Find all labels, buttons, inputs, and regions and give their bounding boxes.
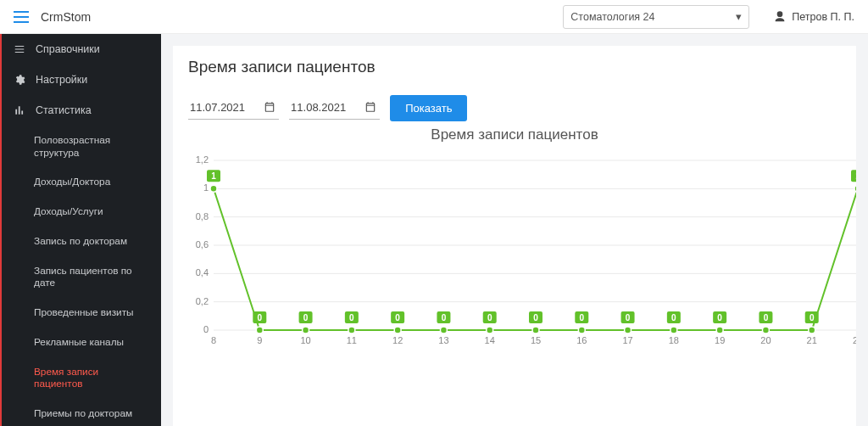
svg-point-47	[487, 327, 493, 334]
svg-point-68	[809, 327, 815, 334]
sidebar-subitem[interactable]: Половозрастная структура	[2, 126, 161, 167]
date-from-input[interactable]: 11.07.2021	[188, 98, 279, 120]
svg-text:1: 1	[203, 182, 209, 193]
svg-text:16: 16	[576, 335, 587, 345]
user-icon	[773, 10, 787, 24]
calendar-icon	[364, 101, 376, 113]
svg-text:1,2: 1,2	[196, 154, 209, 165]
show-button[interactable]: Показать	[390, 95, 467, 121]
svg-text:0: 0	[203, 324, 209, 334]
chart-container: Время записи пациентов 00,20,40,60,811,2…	[188, 126, 841, 347]
user-name: Петров П. П.	[792, 11, 854, 23]
user-menu[interactable]: Петров П. П.	[773, 10, 854, 24]
svg-text:22: 22	[853, 335, 856, 345]
svg-text:0: 0	[258, 313, 263, 322]
sidebar-subitem[interactable]: Доходы/Доктора	[2, 167, 161, 197]
svg-text:0: 0	[764, 313, 769, 322]
sidebar-item-label: Статистика	[36, 104, 92, 116]
sidebar-subitem[interactable]: Время записи пациентов	[2, 357, 161, 399]
sidebar-subitem[interactable]: Проведенные визиты	[2, 298, 161, 328]
calendar-icon	[264, 101, 275, 113]
sidebar-item-label: Настройки	[36, 74, 87, 86]
svg-point-38	[348, 327, 355, 334]
svg-text:0: 0	[303, 313, 309, 322]
svg-text:0: 0	[810, 313, 815, 322]
date-to-input[interactable]: 11.08.2021	[289, 98, 380, 120]
svg-text:1: 1	[211, 171, 216, 181]
sidebar-subitem[interactable]: Приемы по докторам	[2, 399, 161, 426]
date-from-value: 11.07.2021	[190, 101, 245, 114]
menu-toggle-icon[interactable]	[14, 11, 29, 23]
chart: 00,20,40,60,811,289101112131415161718192…	[188, 152, 856, 347]
sidebar-item-gear[interactable]: Настройки	[2, 64, 161, 95]
svg-text:12: 12	[392, 335, 403, 345]
svg-point-53	[578, 327, 585, 334]
main-area: Время записи пациентов 11.07.2021 11.08.…	[161, 34, 868, 426]
date-to-value: 11.08.2021	[291, 101, 346, 114]
sidebar-subitem[interactable]: Рекламные каналы	[2, 328, 161, 357]
chevron-down-icon: ▾	[736, 10, 742, 23]
svg-point-56	[625, 327, 632, 334]
svg-text:1: 1	[855, 171, 856, 181]
page-title: Время записи пациентов	[188, 58, 841, 76]
content-panel: Время записи пациентов 11.07.2021 11.08.…	[173, 46, 856, 426]
chart-svg: 00,20,40,60,811,289101112131415161718192…	[188, 152, 856, 347]
svg-point-32	[256, 327, 263, 334]
clinic-select[interactable]: Стоматология 24 ▾	[563, 5, 749, 29]
svg-point-41	[394, 327, 401, 334]
svg-point-44	[440, 327, 447, 334]
sidebar-subitem[interactable]: Доходы/Услуги	[2, 197, 161, 227]
sidebar-item-stats[interactable]: Статистика	[2, 95, 161, 126]
svg-text:18: 18	[669, 335, 679, 345]
svg-point-65	[762, 327, 769, 334]
svg-text:0: 0	[395, 313, 400, 322]
svg-point-59	[670, 327, 677, 334]
clinic-select-value: Стоматология 24	[570, 11, 654, 23]
svg-point-29	[210, 185, 217, 192]
svg-text:0: 0	[487, 313, 492, 322]
svg-text:15: 15	[531, 335, 541, 345]
brand-title: CrmStom	[41, 10, 91, 24]
svg-text:13: 13	[438, 335, 448, 345]
svg-text:0,6: 0,6	[196, 239, 209, 249]
svg-text:0: 0	[533, 313, 538, 322]
sidebar: СправочникиНастройкиСтатистика Половозра…	[0, 34, 161, 426]
svg-text:11: 11	[347, 335, 357, 345]
svg-text:8: 8	[211, 335, 216, 345]
sidebar-subitem[interactable]: Запись пациентов по дате	[2, 256, 161, 298]
svg-text:0: 0	[626, 313, 631, 322]
svg-text:0: 0	[442, 313, 447, 322]
svg-point-50	[532, 327, 539, 334]
svg-point-35	[303, 327, 309, 334]
svg-text:0: 0	[580, 313, 585, 322]
svg-text:10: 10	[300, 335, 310, 345]
sidebar-item-list[interactable]: Справочники	[2, 34, 161, 64]
svg-text:9: 9	[257, 335, 262, 345]
svg-text:14: 14	[485, 335, 495, 345]
svg-text:21: 21	[807, 335, 817, 345]
svg-point-71	[854, 185, 856, 192]
svg-text:17: 17	[622, 335, 632, 345]
svg-text:0,8: 0,8	[196, 211, 209, 221]
svg-text:0,4: 0,4	[196, 267, 209, 277]
svg-text:0,2: 0,2	[196, 296, 209, 306]
sidebar-item-label: Справочники	[36, 43, 100, 55]
topbar: CrmStom Стоматология 24 ▾ Петров П. П.	[0, 0, 868, 34]
svg-text:19: 19	[715, 335, 725, 345]
sidebar-subitem[interactable]: Запись по докторам	[2, 227, 161, 256]
filter-controls: 11.07.2021 11.08.2021 Показать	[188, 95, 841, 121]
svg-text:0: 0	[349, 313, 354, 322]
svg-text:0: 0	[671, 313, 676, 322]
svg-text:20: 20	[760, 335, 771, 345]
svg-text:0: 0	[717, 313, 722, 322]
svg-point-62	[716, 327, 723, 334]
chart-title: Время записи пациентов	[188, 126, 841, 143]
